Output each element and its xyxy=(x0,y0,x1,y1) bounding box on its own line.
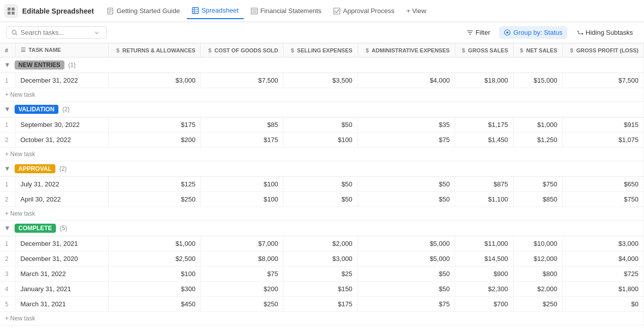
row-gross-sales: $18,000 xyxy=(455,73,514,88)
row-task[interactable]: July 31, 2022 xyxy=(15,177,108,192)
table-row[interactable]: 2 April 30, 2022 $250 $100 $50 $50 $1,10… xyxy=(0,192,644,207)
table-row[interactable]: 1 December 31, 2021 $1,000 $7,000 $2,000… xyxy=(0,236,644,251)
row-admin: $5,000 xyxy=(357,236,455,251)
row-gross-profit: $3,000 xyxy=(562,236,643,251)
table-icon xyxy=(192,7,199,14)
row-task[interactable]: March 31, 2022 xyxy=(15,266,108,282)
svg-rect-8 xyxy=(192,8,198,14)
chevron-icon[interactable]: ▼ xyxy=(4,105,11,113)
group-count-approval: (2) xyxy=(59,165,67,172)
new-task-row-approval[interactable]: + New task xyxy=(0,207,644,221)
doc-icon xyxy=(107,8,114,15)
row-cogs: $75 xyxy=(201,266,283,282)
row-gross-sales: $700 xyxy=(455,297,514,312)
col-net-sales-header: $ NET SALES xyxy=(514,43,563,57)
row-num: 1 xyxy=(0,177,15,192)
svg-rect-1 xyxy=(12,8,15,11)
row-cogs: $7,000 xyxy=(201,236,283,251)
row-task[interactable]: September 30, 2022 xyxy=(15,117,108,132)
row-gross-profit: $915 xyxy=(562,117,643,132)
row-admin: $35 xyxy=(357,117,455,132)
svg-rect-2 xyxy=(8,12,11,15)
table-row[interactable]: 1 July 31, 2022 $125 $100 $50 $50 $875 $… xyxy=(0,177,644,192)
table-row[interactable]: 2 October 31, 2022 $200 $175 $100 $75 $1… xyxy=(0,132,644,148)
row-admin: $50 xyxy=(357,192,455,207)
svg-point-24 xyxy=(582,33,584,35)
tab-spreadsheet[interactable]: Spreadsheet xyxy=(187,3,244,19)
table-row[interactable]: 1 September 30, 2022 $175 $85 $50 $35 $1… xyxy=(0,117,644,132)
table-row[interactable]: 2 December 31, 2020 $2,500 $8,000 $3,000… xyxy=(0,251,644,266)
row-gross-sales: $2,300 xyxy=(455,282,514,297)
table-row[interactable]: 1 December 31, 2022 $3,000 $7,500 $3,500… xyxy=(0,73,644,88)
group-header-approval[interactable]: ▼ APPROVAL (2) xyxy=(0,161,644,177)
row-gross-sales: $900 xyxy=(455,266,514,282)
search-input[interactable] xyxy=(21,29,91,36)
group-header-new-entries[interactable]: ▼ NEW ENTRIES (1) xyxy=(0,57,644,73)
hiding-subtasks-button[interactable]: Hiding Subtasks xyxy=(571,26,638,39)
filter-label: Filter xyxy=(476,29,490,36)
new-task-label[interactable]: + New task xyxy=(0,312,644,325)
group-by-button[interactable]: Group by: Status xyxy=(499,26,567,39)
chevron-icon[interactable]: ▼ xyxy=(4,165,11,172)
row-task[interactable]: December 31, 2021 xyxy=(15,236,108,251)
row-gross-profit: $725 xyxy=(562,266,643,282)
add-view-button[interactable]: + View xyxy=(401,5,431,17)
tab-approval[interactable]: Approval Process xyxy=(328,3,399,19)
new-task-row-new-entries[interactable]: + New task xyxy=(0,88,644,102)
group-icon xyxy=(504,29,511,36)
tab-guide-label: Getting Started Guide xyxy=(116,7,180,15)
table-row[interactable]: 4 January 31, 2021 $300 $200 $150 $50 $2… xyxy=(0,282,644,297)
row-net-sales: $1,000 xyxy=(514,117,563,132)
tab-financial-label: Financial Statements xyxy=(260,7,321,15)
table-row[interactable]: 5 March 31, 2021 $450 $250 $175 $75 $700… xyxy=(0,297,644,312)
col-num-header: # xyxy=(0,43,15,57)
row-selling: $50 xyxy=(283,177,357,192)
row-selling: $175 xyxy=(283,297,357,312)
row-cogs: $7,500 xyxy=(201,73,283,88)
table-row[interactable]: 3 March 31, 2022 $100 $75 $25 $50 $900 $… xyxy=(0,266,644,282)
add-view-label: + View xyxy=(406,7,426,15)
col-admin-header: $ ADMINISTRATIVE EXPENSES xyxy=(357,43,455,57)
row-task[interactable]: December 31, 2020 xyxy=(15,251,108,266)
col-gross-sales-header: $ GROSS SALES xyxy=(455,43,514,57)
toolbar: Filter Group by: Status Hiding Subtasks xyxy=(0,22,644,43)
new-task-row-validation[interactable]: + New task xyxy=(0,148,644,161)
tab-guide[interactable]: Getting Started Guide xyxy=(102,3,185,19)
chevron-icon[interactable]: ▼ xyxy=(4,224,11,232)
svg-rect-16 xyxy=(334,8,340,14)
row-cogs: $8,000 xyxy=(201,251,283,266)
group-badge-complete: COMPLETE xyxy=(15,224,56,233)
row-num: 1 xyxy=(0,236,15,251)
row-task[interactable]: January 31, 2021 xyxy=(15,282,108,297)
search-box[interactable] xyxy=(6,26,107,39)
tab-financial[interactable]: Financial Statements xyxy=(246,3,326,19)
row-cogs: $100 xyxy=(201,177,283,192)
row-selling: $50 xyxy=(283,192,357,207)
row-task[interactable]: March 31, 2021 xyxy=(15,297,108,312)
row-task[interactable]: December 31, 2022 xyxy=(15,73,108,88)
group-header-validation[interactable]: ▼ VALIDATION (2) xyxy=(0,102,644,117)
chevron-icon[interactable]: ▼ xyxy=(4,61,11,69)
row-returns: $2,500 xyxy=(108,251,200,266)
main-table: # ☰ TASK NAME $ RETURNS & ALLOWANCES $ C… xyxy=(0,43,644,325)
row-task[interactable]: April 30, 2022 xyxy=(15,192,108,207)
row-net-sales: $10,000 xyxy=(514,236,563,251)
row-admin: $50 xyxy=(357,177,455,192)
dropdown-icon xyxy=(94,30,99,35)
row-num: 4 xyxy=(0,282,15,297)
row-admin: $50 xyxy=(357,266,455,282)
row-selling: $100 xyxy=(283,132,357,148)
new-task-label[interactable]: + New task xyxy=(0,148,644,161)
row-task[interactable]: October 31, 2022 xyxy=(15,132,108,148)
new-task-label[interactable]: + New task xyxy=(0,88,644,102)
row-gross-sales: $875 xyxy=(455,177,514,192)
new-task-row-complete[interactable]: + New task xyxy=(0,312,644,325)
row-admin: $75 xyxy=(357,297,455,312)
app-title: Editable Spreadsheet xyxy=(22,7,94,15)
row-returns: $175 xyxy=(108,117,200,132)
group-header-complete[interactable]: ▼ COMPLETE (5) xyxy=(0,221,644,236)
filter-button[interactable]: Filter xyxy=(462,26,495,39)
row-num: 1 xyxy=(0,117,15,132)
new-task-label[interactable]: + New task xyxy=(0,207,644,221)
row-net-sales: $850 xyxy=(514,192,563,207)
